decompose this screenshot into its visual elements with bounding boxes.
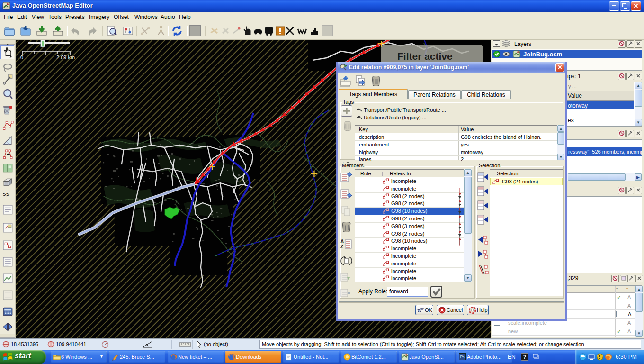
- svg-text:0: 0: [20, 55, 23, 60]
- svg-text:Ps: Ps: [460, 355, 465, 359]
- svg-text:2.09 km: 2.09 km: [56, 55, 75, 60]
- svg-text:Z: Z: [340, 244, 343, 249]
- svg-text:Filter active: Filter active: [397, 51, 453, 62]
- svg-text:A: A: [340, 239, 344, 244]
